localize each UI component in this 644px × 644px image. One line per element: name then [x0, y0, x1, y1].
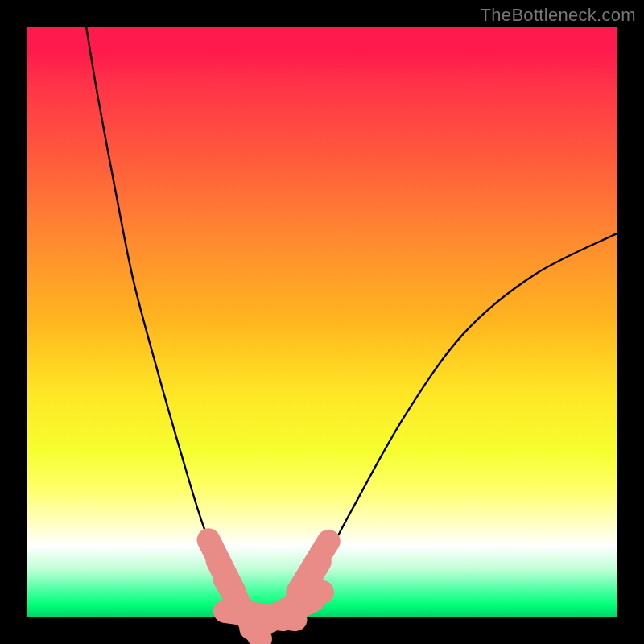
bottleneck-curve	[86, 27, 617, 619]
watermark-text: TheBottleneck.com	[481, 5, 636, 26]
chart-svg	[27, 27, 617, 617]
curve-layer	[86, 27, 617, 619]
plot-area	[27, 27, 617, 617]
chart-frame: TheBottleneck.com	[0, 0, 644, 644]
marker-layer	[208, 540, 328, 639]
